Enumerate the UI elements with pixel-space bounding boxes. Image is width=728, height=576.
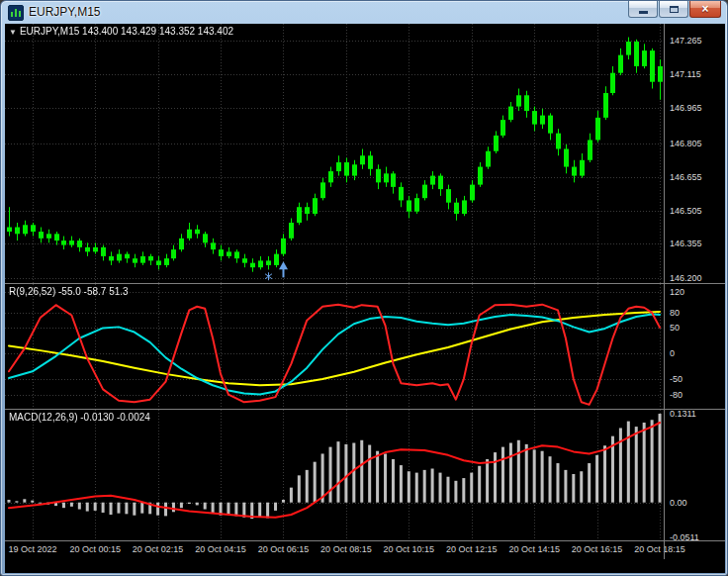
wpr-scale-label: 80	[670, 308, 680, 318]
price-label: 146.505	[670, 206, 702, 216]
macd-scale-label: 0.1311	[670, 409, 696, 419]
time-axis[interactable]: 19 Oct 202220 Oct 00:1520 Oct 02:1520 Oc…	[5, 541, 725, 559]
time-label: 20 Oct 02:15	[133, 544, 184, 554]
maximize-icon	[670, 6, 679, 13]
wpr-indicator-panel[interactable]: R(9,26,52) -55.0 -58.7 51.3	[5, 284, 664, 409]
wpr-scale-label: 0	[670, 348, 675, 358]
time-label: 20 Oct 06:15	[258, 544, 310, 554]
macd-scale-label: -0.0511	[670, 532, 699, 542]
wpr-scale-label: -50	[670, 374, 682, 384]
price-label: 147.115	[670, 69, 701, 79]
main-chart-panel[interactable]: ▼EURJPY,M15 143.400 143.429 143.352 143.…	[5, 24, 664, 283]
wpr-scale-label: -80	[670, 390, 682, 400]
price-label: 146.965	[670, 103, 702, 113]
price-label: 146.805	[670, 139, 702, 148]
time-label: 20 Oct 16:15	[572, 544, 623, 554]
time-label: 19 Oct 2022	[8, 544, 56, 554]
maximize-button[interactable]	[659, 1, 688, 18]
price-axis[interactable]: 147.265147.115146.965146.805146.655146.5…	[664, 24, 725, 559]
macd-canvas[interactable]	[5, 410, 664, 540]
macd-indicator-panel[interactable]: MACD(12,26,9) -0.0130 -0.0024	[5, 410, 664, 540]
wpr-canvas[interactable]	[5, 284, 664, 409]
time-label: 20 Oct 00:15	[69, 544, 121, 554]
ohlc-label: EURJPY,M15 143.400 143.429 143.352 143.4…	[20, 26, 233, 37]
chart-client-area: ▼EURJPY,M15 143.400 143.429 143.352 143.…	[5, 24, 725, 573]
price-label: 146.200	[670, 273, 702, 283]
time-label: 20 Oct 08:15	[320, 544, 372, 554]
candlestick-canvas[interactable]	[5, 24, 664, 283]
window-controls: ×	[628, 1, 721, 18]
time-label: 20 Oct 10:15	[384, 544, 435, 554]
close-icon: ×	[701, 3, 708, 15]
close-button[interactable]: ×	[689, 1, 721, 18]
titlebar[interactable]: EURJPY,M15 ×	[1, 1, 727, 24]
mt4-chart-window: EURJPY,M15 × ▼EURJPY,M15 143.400 143.429…	[0, 0, 728, 576]
price-label: 147.265	[670, 36, 702, 46]
price-label: 146.655	[670, 172, 702, 182]
minimize-button[interactable]	[628, 1, 658, 18]
wpr-scale-label: 120	[670, 287, 684, 297]
macd-label: MACD(12,26,9) -0.0130 -0.0024	[9, 412, 150, 423]
main-chart-label: ▼EURJPY,M15 143.400 143.429 143.352 143.…	[9, 26, 233, 37]
time-label: 20 Oct 04:15	[195, 544, 246, 554]
app-icon	[8, 5, 24, 21]
window-title: EURJPY,M15	[29, 5, 100, 19]
time-label: 20 Oct 14:15	[508, 544, 560, 554]
time-label: 20 Oct 12:15	[446, 544, 498, 554]
wpr-label: R(9,26,52) -55.0 -58.7 51.3	[9, 286, 129, 297]
wpr-scale-label: 50	[670, 323, 680, 333]
collapse-arrow-icon[interactable]: ▼	[9, 28, 17, 37]
minimize-icon	[639, 11, 648, 14]
macd-scale-label: 0.00	[670, 498, 687, 508]
price-label: 146.355	[670, 239, 702, 248]
